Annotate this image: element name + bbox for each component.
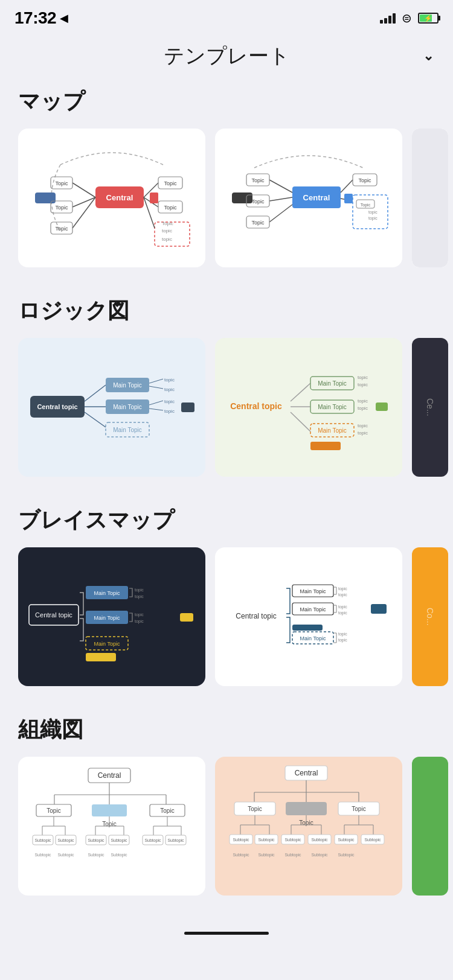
svg-text:topic: topic: [135, 594, 144, 599]
brace-card-1[interactable]: Central topic Main Topic Main Topic Ma: [18, 547, 205, 686]
svg-text:Subtopic: Subtopic: [233, 853, 249, 858]
chevron-down-icon[interactable]: ⌄: [423, 48, 434, 64]
svg-line-50: [85, 412, 106, 427]
svg-text:topic: topic: [358, 382, 368, 387]
logic-cards-row: Central topic Main Topic Main Topic: [0, 338, 453, 501]
svg-line-67: [291, 383, 310, 401]
brace-diagram-2: Central topic Main Topic Main Topic Ma: [221, 553, 396, 680]
section-logic: ロジック図 Central topic Main Topic: [0, 291, 453, 501]
brace-diagram-1: Central topic Main Topic Main Topic Ma: [24, 553, 199, 680]
logic-card-1[interactable]: Central topic Main Topic Main Topic: [18, 338, 205, 477]
svg-text:Subtopic: Subtopic: [258, 853, 275, 858]
map-card-partial[interactable]: [412, 129, 448, 267]
svg-text:Central: Central: [98, 771, 121, 780]
status-time: 17:32: [14, 8, 56, 28]
brace-card-partial[interactable]: Co...: [412, 547, 448, 686]
svg-text:Main Topic: Main Topic: [94, 641, 120, 647]
svg-text:Topic: Topic: [248, 806, 262, 812]
svg-text:Subtopic: Subtopic: [338, 853, 355, 858]
svg-text:Topic: Topic: [162, 221, 173, 226]
org-diagram-2: Central Topic Topic: [221, 760, 396, 892]
svg-text:Central topic: Central topic: [35, 611, 72, 619]
svg-text:topic: topic: [338, 611, 347, 616]
svg-text:Main Topic: Main Topic: [300, 606, 326, 612]
svg-line-62: [149, 409, 163, 410]
svg-text:Main Topic: Main Topic: [113, 382, 142, 389]
status-bar: 17:32 ◀ ⊜ ⚡: [0, 0, 453, 33]
status-icons: ⊜ ⚡: [380, 11, 439, 25]
svg-rect-18: [150, 192, 158, 203]
svg-text:Subtopic: Subtopic: [88, 853, 104, 858]
section-title-brace: ブレイスマップ: [0, 501, 453, 547]
svg-text:Central topic: Central topic: [37, 403, 77, 410]
map-cards-row: Central Topic Topic: [0, 129, 453, 291]
svg-text:Topic: Topic: [352, 806, 365, 812]
svg-line-27: [269, 180, 292, 192]
svg-text:Subtopic: Subtopic: [111, 853, 127, 858]
svg-text:Subtopic: Subtopic: [284, 838, 301, 842]
logic-card-partial[interactable]: Ce...: [412, 338, 448, 477]
svg-text:Main Topic: Main Topic: [94, 590, 120, 596]
svg-text:Central: Central: [106, 193, 133, 202]
svg-text:Subtopic: Subtopic: [311, 838, 328, 842]
svg-text:Subtopic: Subtopic: [167, 838, 184, 843]
svg-text:Topic: Topic: [55, 205, 68, 211]
svg-text:topic: topic: [338, 638, 347, 643]
svg-text:topic: topic: [135, 619, 144, 624]
svg-text:topic: topic: [368, 210, 378, 215]
map-card-2[interactable]: Central Topic Topic: [215, 129, 402, 267]
svg-text:topic: topic: [338, 587, 347, 591]
section-title-org: 組織図: [0, 710, 453, 757]
svg-text:topic: topic: [358, 375, 368, 380]
home-bar: [184, 932, 269, 935]
svg-line-57: [149, 379, 163, 383]
logic-card-2[interactable]: Central topic Main Topic Main Topic: [215, 338, 402, 477]
header: テンプレート ⌄: [0, 33, 453, 82]
home-indicator: [0, 920, 453, 941]
svg-text:Topic: Topic: [47, 807, 60, 814]
map-card-1[interactable]: Central Topic Topic: [18, 129, 205, 267]
page-title: テンプレート: [164, 42, 290, 70]
brace-card-2[interactable]: Central topic Main Topic Main Topic Ma: [215, 547, 402, 686]
svg-text:Subtopic: Subtopic: [338, 838, 355, 842]
svg-text:topic: topic: [135, 588, 144, 593]
svg-rect-122: [92, 804, 127, 816]
svg-line-58: [149, 386, 163, 389]
svg-text:Topic: Topic: [55, 180, 68, 186]
battery-icon: ⚡: [418, 13, 439, 24]
brace-cards-row: Central topic Main Topic Main Topic Ma: [0, 547, 453, 710]
logic-diagram-1: Central topic Main Topic Main Topic: [24, 344, 199, 471]
org-card-partial[interactable]: [412, 757, 448, 896]
svg-rect-65: [181, 402, 194, 412]
svg-text:Subtopic: Subtopic: [233, 838, 249, 842]
svg-text:Topic: Topic: [251, 177, 265, 183]
svg-text:Central topic: Central topic: [236, 612, 276, 620]
svg-text:topic: topic: [135, 612, 144, 617]
svg-text:Main Topic: Main Topic: [300, 635, 326, 641]
org-card-1[interactable]: Central Topic T: [18, 757, 205, 896]
svg-rect-24: [232, 192, 252, 203]
svg-rect-80: [376, 402, 388, 411]
svg-text:topic: topic: [358, 406, 368, 411]
svg-text:topic: topic: [358, 423, 368, 428]
svg-rect-81: [310, 442, 341, 450]
svg-text:topic: topic: [162, 228, 172, 234]
svg-text:Subtopic: Subtopic: [57, 853, 74, 858]
svg-text:Main Topic: Main Topic: [318, 404, 347, 410]
svg-text:topic: topic: [164, 377, 175, 383]
section-brace: ブレイスマップ Central topic Main Topic: [0, 501, 453, 710]
svg-text:Main Topic: Main Topic: [94, 615, 120, 621]
svg-text:Topic: Topic: [358, 177, 371, 183]
section-org: 組織図 Central Topic: [0, 710, 453, 920]
svg-line-30: [341, 180, 353, 192]
svg-text:topic: topic: [164, 399, 175, 404]
svg-rect-163: [286, 802, 327, 815]
svg-text:topic: topic: [162, 237, 172, 242]
svg-text:Main Topic: Main Topic: [300, 588, 326, 594]
svg-text:Subtopic: Subtopic: [34, 838, 51, 843]
org-card-2[interactable]: Central Topic Topic: [215, 757, 402, 896]
map-diagram-1: Central Topic Topic: [24, 135, 199, 261]
section-title-map: マップ: [0, 82, 453, 129]
svg-rect-0: [35, 192, 56, 203]
svg-text:Subtopic: Subtopic: [364, 838, 381, 842]
